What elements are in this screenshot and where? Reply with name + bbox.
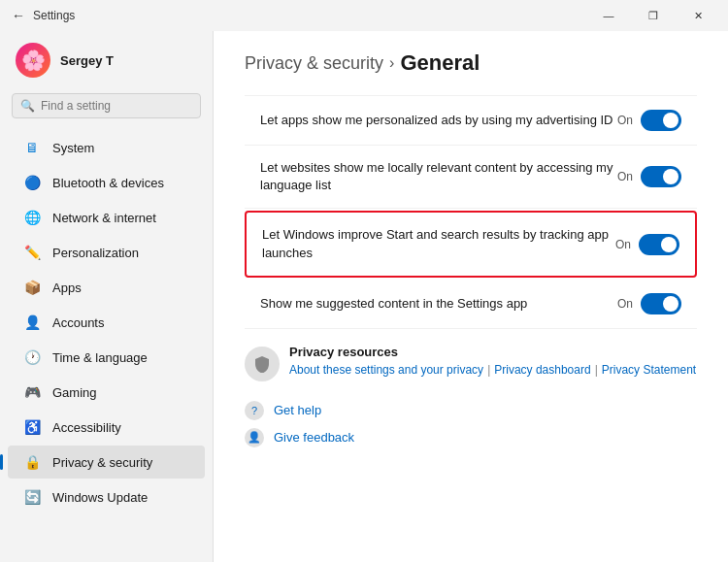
sidebar-item-time[interactable]: 🕐 Time & language [8, 341, 205, 374]
sidebar-item-apps-label: Apps [52, 281, 82, 295]
setting-row-language: Let websites show me locally relevant co… [245, 146, 697, 209]
sidebar-item-gaming[interactable]: 🎮 Gaming [8, 376, 205, 409]
help-section: ? Get help 👤 Give feedback [245, 389, 697, 447]
network-icon: 🌐 [23, 209, 41, 226]
back-icon[interactable]: ← [12, 8, 25, 23]
sidebar-item-accessibility[interactable]: ♿ Accessibility [8, 411, 205, 444]
avatar-icon: 🌸 [21, 49, 46, 72]
gaming-icon: 🎮 [23, 383, 41, 401]
accessibility-icon: ♿ [23, 418, 41, 436]
sidebar-item-system-label: System [52, 141, 94, 155]
toggle-suggested[interactable] [641, 293, 681, 314]
setting-status-language: On [617, 170, 633, 183]
sidebar-item-personalization[interactable]: ✏️ Personalization [8, 236, 205, 269]
give-feedback-icon: 👤 [245, 428, 264, 447]
sidebar-item-gaming-label: Gaming [52, 385, 97, 400]
breadcrumb-separator: › [389, 54, 394, 72]
bluetooth-icon: 🔵 [23, 174, 41, 191]
search-icon: 🔍 [20, 99, 35, 113]
username: Sergey T [60, 53, 114, 68]
get-help-icon: ? [245, 401, 264, 420]
avatar: 🌸 [16, 43, 50, 78]
give-feedback-label: Give feedback [274, 430, 354, 445]
sidebar-item-personalization-label: Personalization [52, 246, 139, 260]
divider-1: | [487, 363, 490, 377]
sidebar-item-bluetooth-label: Bluetooth & devices [52, 176, 164, 190]
close-button[interactable]: ✕ [676, 0, 720, 31]
apps-icon: 📦 [23, 279, 41, 296]
privacy-link-statement[interactable]: Privacy Statement [602, 363, 696, 377]
setting-row-tracking: Let Windows improve Start and search res… [245, 211, 697, 277]
privacy-shield-icon [245, 347, 280, 381]
setting-text-suggested: Show me suggested content in the Setting… [260, 295, 527, 313]
get-help-label: Get help [274, 403, 321, 417]
setting-text-ads: Let apps show me personalized ads by usi… [260, 112, 612, 129]
setting-right-language: On [617, 166, 681, 187]
sidebar-item-accounts-label: Accounts [52, 315, 104, 330]
setting-text-tracking: Let Windows improve Start and search res… [262, 226, 615, 261]
titlebar: ← Settings — ❐ ✕ [0, 0, 728, 31]
titlebar-title: Settings [33, 9, 75, 22]
privacy-link-dashboard[interactable]: Privacy dashboard [494, 363, 590, 377]
sidebar-item-update[interactable]: 🔄 Windows Update [8, 480, 205, 513]
setting-row-ads: Let apps show me personalized ads by usi… [245, 95, 697, 146]
privacy-resources: Privacy resources About these settings a… [245, 329, 697, 389]
breadcrumb: Privacy & security › General [245, 50, 697, 76]
privacy-icon: 🔒 [23, 453, 41, 471]
system-icon: 🖥 [23, 139, 41, 156]
privacy-resources-title: Privacy resources [289, 345, 696, 359]
search-input[interactable] [41, 99, 192, 113]
titlebar-controls: — ❐ ✕ [586, 0, 720, 31]
sidebar-item-time-label: Time & language [52, 350, 148, 365]
breadcrumb-parent: Privacy & security [245, 53, 383, 74]
setting-status-tracking: On [615, 238, 631, 251]
shield-svg [253, 355, 271, 373]
sidebar-item-privacy[interactable]: 🔒 Privacy & security [8, 446, 205, 479]
setting-right-tracking: On [615, 234, 679, 255]
time-icon: 🕐 [23, 348, 41, 366]
settings-list: Let apps show me personalized ads by usi… [245, 95, 697, 329]
breadcrumb-current: General [400, 50, 480, 76]
sidebar-item-network[interactable]: 🌐 Network & internet [8, 201, 205, 234]
sidebar-item-accessibility-label: Accessibility [52, 420, 121, 435]
update-icon: 🔄 [23, 488, 41, 506]
minimize-button[interactable]: — [586, 0, 631, 31]
sidebar-item-bluetooth[interactable]: 🔵 Bluetooth & devices [8, 166, 205, 199]
accounts-icon: 👤 [23, 314, 41, 331]
setting-text-language: Let websites show me locally relevant co… [260, 159, 617, 194]
sidebar-item-accounts[interactable]: 👤 Accounts [8, 306, 205, 339]
setting-status-ads: On [617, 114, 633, 127]
sidebar-item-privacy-label: Privacy & security [52, 455, 152, 470]
toggle-tracking[interactable] [639, 234, 679, 255]
user-section[interactable]: 🌸 Sergey T [0, 31, 213, 89]
privacy-links: About these settings and your privacy | … [289, 363, 696, 377]
personalization-icon: ✏️ [23, 244, 41, 261]
search-bar[interactable]: 🔍 [12, 93, 201, 118]
setting-status-suggested: On [617, 297, 633, 311]
toggle-language[interactable] [641, 166, 681, 187]
privacy-link-about[interactable]: About these settings and your privacy [289, 363, 483, 377]
divider-2: | [595, 363, 598, 377]
get-help-link[interactable]: ? Get help [245, 401, 697, 420]
setting-right-suggested: On [617, 293, 681, 314]
main-window: 🌸 Sergey T 🔍 🖥 System 🔵 Bluetooth & devi… [0, 31, 728, 562]
maximize-button[interactable]: ❐ [631, 0, 676, 31]
content-area: Privacy & security › General Let apps sh… [214, 31, 728, 562]
privacy-content: Privacy resources About these settings a… [289, 345, 696, 377]
setting-right-ads: On [617, 110, 681, 131]
sidebar-item-system[interactable]: 🖥 System [8, 131, 205, 164]
give-feedback-link[interactable]: 👤 Give feedback [245, 428, 697, 447]
sidebar-item-network-label: Network & internet [52, 211, 156, 225]
sidebar: 🌸 Sergey T 🔍 🖥 System 🔵 Bluetooth & devi… [0, 31, 214, 562]
titlebar-left: ← Settings [12, 8, 75, 23]
nav-items: 🖥 System 🔵 Bluetooth & devices 🌐 Network… [0, 126, 213, 518]
setting-row-suggested: Show me suggested content in the Setting… [245, 280, 697, 329]
sidebar-item-apps[interactable]: 📦 Apps [8, 271, 205, 304]
sidebar-item-update-label: Windows Update [52, 490, 148, 505]
toggle-ads[interactable] [641, 110, 681, 131]
